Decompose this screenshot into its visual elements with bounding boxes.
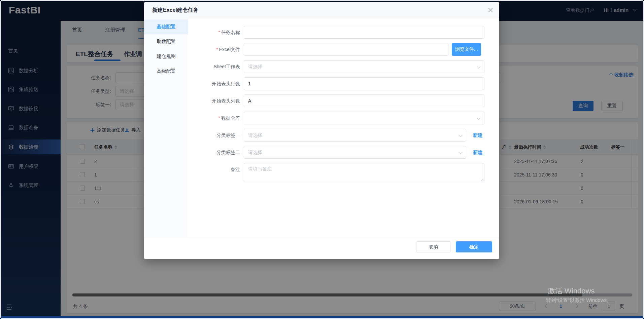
field-label-tag2: 分类标签二 <box>186 150 240 156</box>
excel-file-input[interactable] <box>244 43 448 56</box>
application-window: FastBI 查看数据门户 Hi！admin 首页 数据分析 集成推送 数据连接… <box>0 0 644 319</box>
header-col-input[interactable] <box>244 94 484 107</box>
cancel-button[interactable]: 取消 <box>416 241 450 252</box>
field-label-task-name: *任务名称 <box>186 30 240 36</box>
dialog-footer: 取消 确定 <box>144 237 499 259</box>
required-mark: * <box>216 47 218 52</box>
browse-file-button[interactable]: 浏览文件... <box>452 43 481 56</box>
dialog-tab-fetch-config[interactable]: 取数配置 <box>144 34 188 49</box>
field-label-tag1: 分类标签一 <box>186 132 240 138</box>
dialog-tab-column: 基础配置 取数配置 建仓规则 高级配置 <box>144 18 188 237</box>
warehouse-select[interactable] <box>244 112 484 124</box>
remark-field[interactable] <box>244 163 484 182</box>
dialog-tab-basic-config[interactable]: 基础配置 <box>144 19 188 34</box>
dialog-header: 新建Excel建仓任务 <box>144 2 499 18</box>
windows-activation-hint: 转到“设置”以激活 Windows。 <box>546 297 612 304</box>
field-label-warehouse: *数据仓库 <box>186 115 240 121</box>
resize-grip-icon[interactable] <box>480 178 484 182</box>
windows-activation-watermark: 激活 Windows <box>548 286 595 296</box>
header-row-field[interactable] <box>244 77 484 90</box>
excel-file-field[interactable] <box>244 43 448 56</box>
header-col-field[interactable] <box>244 94 484 107</box>
tag1-select-input[interactable] <box>244 129 466 142</box>
dialog-title: 新建Excel建仓任务 <box>152 7 199 14</box>
sheet-select-input[interactable] <box>244 60 484 73</box>
field-label-excel-file: *Excel文件 <box>186 47 240 53</box>
sheet-select[interactable] <box>244 60 484 73</box>
header-row-input[interactable] <box>244 77 484 90</box>
close-icon[interactable] <box>487 7 494 13</box>
dialog-tab-advanced-config[interactable]: 高级配置 <box>144 64 188 79</box>
tag2-select-input[interactable] <box>244 146 466 159</box>
tag2-select[interactable] <box>244 146 466 159</box>
field-label-sheet: Sheet工作表 <box>186 64 240 70</box>
confirm-button[interactable]: 确定 <box>456 241 492 252</box>
warehouse-select-input[interactable] <box>244 112 484 124</box>
remark-textarea[interactable] <box>244 163 484 182</box>
required-mark: * <box>218 30 220 35</box>
field-label-remark: 备注 <box>186 167 240 173</box>
tag1-select[interactable] <box>244 129 466 142</box>
required-mark: * <box>218 115 220 121</box>
task-name-input[interactable] <box>244 26 484 39</box>
new-excel-task-dialog: 新建Excel建仓任务 基础配置 取数配置 建仓规则 高级配置 *任务名称 *E… <box>144 2 499 259</box>
dialog-tab-warehouse-rules[interactable]: 建仓规则 <box>144 49 188 64</box>
field-label-header-row: 开始表头行数 <box>186 81 240 87</box>
new-tag1-link[interactable]: 新建 <box>473 129 482 142</box>
new-tag2-link[interactable]: 新建 <box>473 146 482 159</box>
task-name-field[interactable] <box>244 26 484 39</box>
field-label-header-col: 开始表头列数 <box>186 98 240 104</box>
